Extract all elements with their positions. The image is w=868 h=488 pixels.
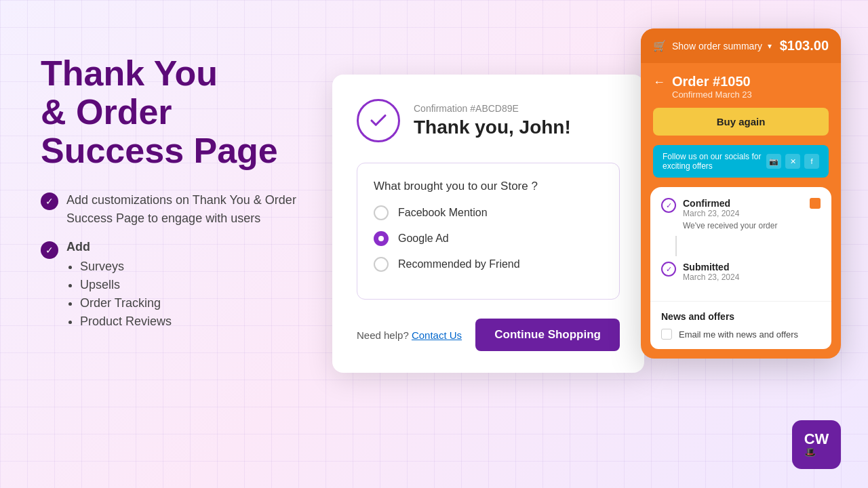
order-confirmed-date: Confirmed March 23 bbox=[672, 89, 752, 100]
news-checkbox[interactable] bbox=[661, 329, 672, 340]
survey-section: What brought you to our Store ? Facebook… bbox=[357, 163, 620, 300]
order-summary-bar[interactable]: 🛒 Show order summary ▾ $103.00 bbox=[641, 28, 841, 63]
timeline-content-confirmed: Confirmed March 23, 2024 We've received … bbox=[683, 198, 821, 230]
social-text: Follow us on our socials for exciting of… bbox=[663, 152, 766, 171]
survey-question: What brought you to our Store ? bbox=[374, 180, 603, 193]
radio-facebook[interactable] bbox=[374, 205, 389, 220]
contact-link[interactable]: Contact Us bbox=[412, 329, 462, 341]
feature-text-1: Add customizations on Thank You & Order … bbox=[66, 191, 298, 228]
list-item: Product Reviews bbox=[80, 314, 172, 329]
order-total: $103.00 bbox=[780, 38, 829, 54]
sub-list: Surveys Upsells Order Tracking Product R… bbox=[66, 260, 172, 329]
orange-status-dot bbox=[810, 198, 821, 209]
feature-item-2: ✓ Add Surveys Upsells Order Tracking Pro… bbox=[41, 240, 298, 333]
timeline-item-submitted: ✓ Submitted March 23, 2024 bbox=[661, 262, 821, 285]
radio-google[interactable] bbox=[374, 231, 389, 246]
radio-friend[interactable] bbox=[374, 257, 389, 272]
survey-option-2[interactable]: Google Ad bbox=[374, 231, 603, 246]
right-panel: 🛒 Show order summary ▾ $103.00 ← Order #… bbox=[641, 28, 841, 359]
timeline-date-confirmed: March 23, 2024 bbox=[683, 209, 821, 218]
option-label-friend: Recommended by Friend bbox=[398, 258, 520, 270]
middle-card: Confirmation #ABCD89E Thank you, John! W… bbox=[332, 75, 644, 373]
chevron-down-icon: ▾ bbox=[768, 41, 772, 51]
order-summary-left: 🛒 Show order summary ▾ bbox=[653, 39, 772, 52]
cw-logo-icon: 🎩 bbox=[804, 447, 829, 458]
instagram-icon[interactable]: 📷 bbox=[766, 154, 781, 169]
back-arrow-icon[interactable]: ← bbox=[653, 75, 665, 89]
need-help-text: Need help? Contact Us bbox=[357, 329, 462, 341]
list-item: Upsells bbox=[80, 278, 172, 292]
survey-option-1[interactable]: Facebook Mention bbox=[374, 205, 603, 220]
social-icons: 📷 ✕ f bbox=[766, 154, 819, 169]
cw-logo-text: CW bbox=[804, 432, 829, 447]
facebook-icon[interactable]: f bbox=[804, 154, 819, 169]
timeline-content-submitted: Submitted March 23, 2024 bbox=[683, 262, 821, 285]
buy-again-button[interactable]: Buy again bbox=[653, 108, 829, 136]
summary-label: Show order summary bbox=[672, 41, 762, 52]
confirmation-number: Confirmation #ABCD89E bbox=[414, 103, 571, 114]
news-option-label: Email me with news and offers bbox=[679, 329, 798, 340]
order-number: Order #1050 bbox=[672, 74, 752, 89]
main-title: Thank You & Order Success Page bbox=[41, 54, 298, 171]
cw-logo: CW 🎩 bbox=[792, 420, 841, 469]
order-header: ← Order #1050 Confirmed March 23 bbox=[641, 63, 841, 108]
check-circle-icon bbox=[357, 99, 400, 142]
radio-inner-dot bbox=[378, 236, 384, 241]
thank-you-heading: Thank you, John! bbox=[414, 117, 571, 138]
survey-option-3[interactable]: Recommended by Friend bbox=[374, 257, 603, 272]
timeline-title-confirmed: Confirmed bbox=[683, 198, 821, 209]
twitter-x-icon[interactable]: ✕ bbox=[785, 154, 800, 169]
timeline-title-submitted: Submitted bbox=[683, 262, 821, 272]
feature-item-1: ✓ Add customizations on Thank You & Orde… bbox=[41, 191, 298, 228]
option-label-facebook: Facebook Mention bbox=[398, 207, 488, 219]
option-label-google: Google Ad bbox=[398, 232, 449, 245]
timeline-check-icon-submitted: ✓ bbox=[661, 262, 676, 277]
cart-icon: 🛒 bbox=[653, 39, 667, 52]
order-info: Order #1050 Confirmed March 23 bbox=[672, 74, 752, 100]
list-item: Order Tracking bbox=[80, 296, 172, 310]
timeline-connector bbox=[675, 236, 677, 256]
feature-check-icon-1: ✓ bbox=[41, 192, 58, 210]
timeline-check-icon-confirmed: ✓ bbox=[661, 198, 676, 213]
feature-check-icon-2: ✓ bbox=[41, 241, 58, 259]
timeline-date-submitted: March 23, 2024 bbox=[683, 272, 821, 282]
timeline-desc-confirmed: We've received your order bbox=[683, 221, 821, 230]
timeline-panel: ✓ Confirmed March 23, 2024 We've receive… bbox=[650, 187, 831, 301]
news-option: Email me with news and offers bbox=[661, 329, 821, 340]
social-banner: Follow us on our socials for exciting of… bbox=[653, 145, 829, 178]
confirmation-header: Confirmation #ABCD89E Thank you, John! bbox=[357, 99, 620, 142]
list-item: Surveys bbox=[80, 260, 172, 274]
news-title: News and offers bbox=[661, 311, 821, 322]
left-section: Thank You & Order Success Page ✓ Add cus… bbox=[41, 54, 298, 345]
news-section: News and offers Email me with news and o… bbox=[650, 301, 831, 349]
card-footer: Need help? Contact Us Continue Shopping bbox=[357, 319, 620, 351]
confirmation-text: Confirmation #ABCD89E Thank you, John! bbox=[414, 103, 571, 138]
timeline-item-confirmed: ✓ Confirmed March 23, 2024 We've receive… bbox=[661, 198, 821, 230]
feature-text-2: Add Surveys Upsells Order Tracking Produ… bbox=[66, 240, 172, 333]
continue-shopping-button[interactable]: Continue Shopping bbox=[475, 319, 620, 351]
